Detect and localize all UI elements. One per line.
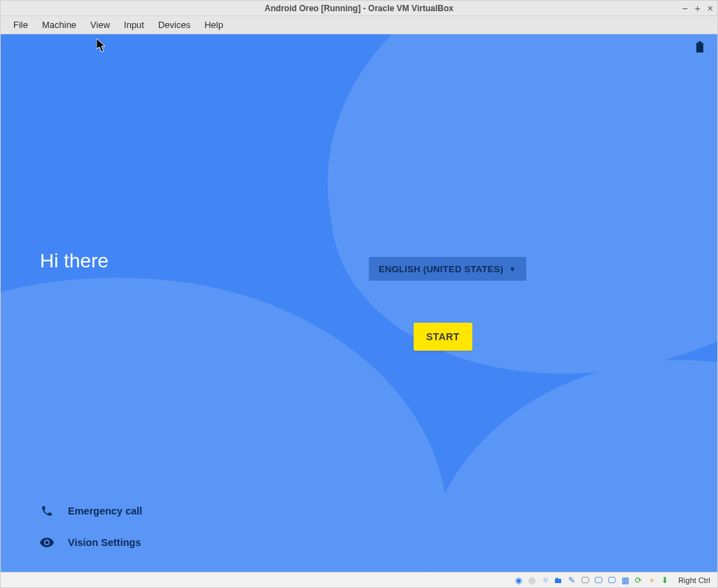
host-window: Android Oreo [Running] - Oracle VM Virtu… xyxy=(0,0,718,588)
emergency-call-label: Emergency call xyxy=(68,505,142,517)
menubar: File Machine View Input Devices Help xyxy=(1,16,717,34)
window-titlebar: Android Oreo [Running] - Oracle VM Virtu… xyxy=(1,1,717,16)
start-button-label: START xyxy=(426,331,460,342)
hard-disk-icon[interactable]: ◉ xyxy=(513,575,524,586)
menu-view[interactable]: View xyxy=(83,18,117,32)
menu-input[interactable]: Input xyxy=(117,18,151,32)
shared-folder-icon[interactable]: 🖿 xyxy=(553,575,564,586)
phone-icon xyxy=(40,505,54,517)
window-controls: − + × xyxy=(682,1,713,15)
window-title: Android Oreo [Running] - Oracle VM Virtu… xyxy=(265,4,453,13)
menu-devices[interactable]: Devices xyxy=(151,18,197,32)
cpu-icon[interactable]: ▦ xyxy=(619,575,631,586)
network-icon[interactable]: 🖵 xyxy=(593,575,604,586)
background-wave xyxy=(299,34,717,406)
greeting-heading: Hi there xyxy=(40,250,108,272)
window-minimize-button[interactable]: − xyxy=(682,4,687,13)
chevron-down-icon: ▼ xyxy=(509,265,516,273)
bottom-links: Emergency call Vision Settings xyxy=(40,505,142,548)
vtx-icon[interactable]: ⟳ xyxy=(633,575,644,586)
battery-icon xyxy=(696,41,703,55)
eye-icon xyxy=(40,538,54,547)
start-button[interactable]: START xyxy=(414,323,472,351)
usb-icon[interactable]: ⑂ xyxy=(540,575,551,586)
settings-arrow-icon[interactable]: ⬇ xyxy=(659,575,670,586)
mouse-integration-icon[interactable]: ⌖ xyxy=(646,575,657,586)
audio-icon[interactable]: ✎ xyxy=(566,575,577,586)
host-key-indicator[interactable]: Right Ctrl xyxy=(675,576,713,584)
guest-screen: Hi there ENGLISH (UNITED STATES) ▼ START… xyxy=(1,34,717,572)
menu-file[interactable]: File xyxy=(6,18,35,32)
recording-icon[interactable]: 🖵 xyxy=(606,575,617,586)
language-label: ENGLISH (UNITED STATES) xyxy=(379,264,503,274)
window-maximize-button[interactable]: + xyxy=(695,4,701,13)
emergency-call-link[interactable]: Emergency call xyxy=(40,505,142,517)
language-selector[interactable]: ENGLISH (UNITED STATES) ▼ xyxy=(369,257,526,281)
vision-settings-link[interactable]: Vision Settings xyxy=(40,537,142,548)
menu-help[interactable]: Help xyxy=(197,18,230,32)
menu-machine[interactable]: Machine xyxy=(35,18,83,32)
vision-settings-label: Vision Settings xyxy=(68,537,141,548)
window-close-button[interactable]: × xyxy=(708,4,713,13)
display-icon[interactable]: 🖵 xyxy=(579,575,591,586)
virtualbox-statusbar: ◉ ◎ ⑂ 🖿 ✎ 🖵 🖵 🖵 ▦ ⟳ ⌖ ⬇ Right Ctrl xyxy=(1,572,717,587)
optical-disk-icon[interactable]: ◎ xyxy=(526,575,537,586)
